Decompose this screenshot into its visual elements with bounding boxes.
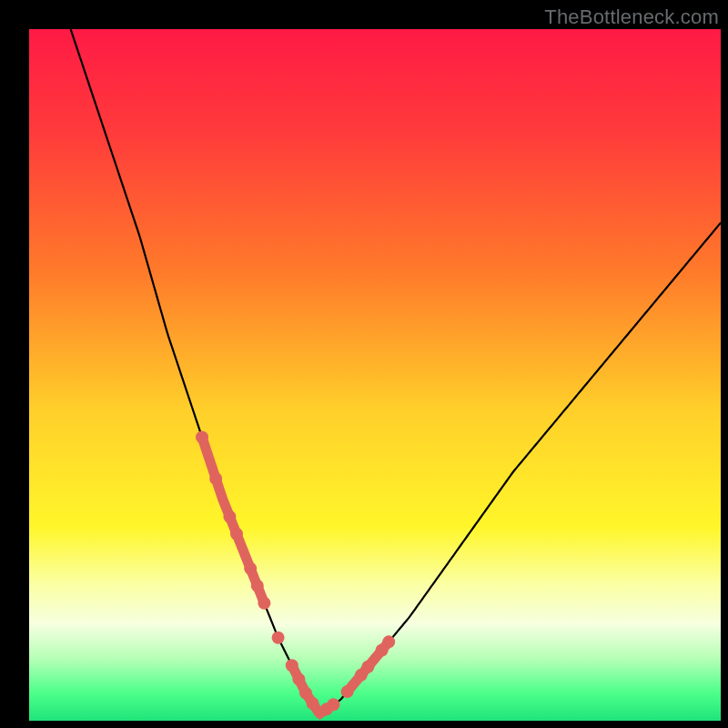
watermark-text: TheBottleneck.com <box>544 5 719 29</box>
plot-area <box>29 29 721 721</box>
svg-rect-0 <box>29 29 721 721</box>
chart-frame: TheBottleneck.com <box>0 0 728 728</box>
gradient-background <box>29 29 721 721</box>
